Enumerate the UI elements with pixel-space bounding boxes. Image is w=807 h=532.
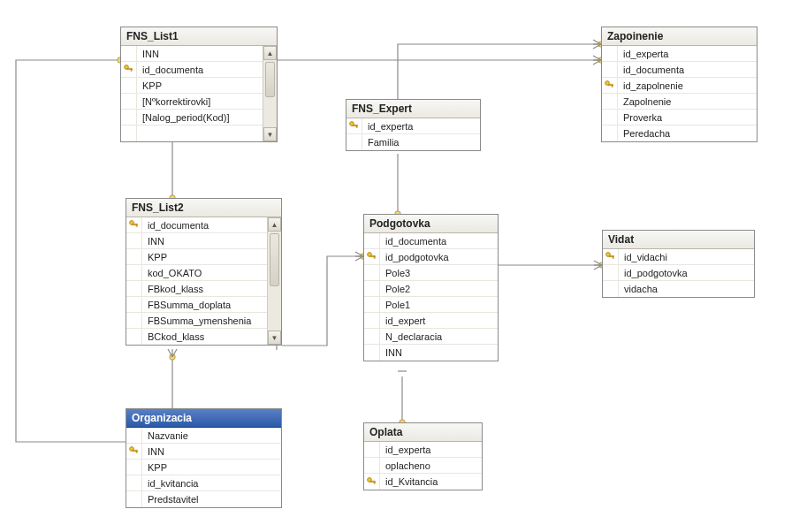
table-row[interactable]: INN: [364, 345, 498, 361]
table-row[interactable]: oplacheno: [364, 458, 482, 474]
field-name: id_Kvitancia: [380, 476, 482, 487]
field-name: N_declaracia: [380, 331, 498, 342]
field-name: id_documenta: [137, 65, 263, 75]
table-row[interactable]: Pole2: [364, 281, 498, 297]
table-header[interactable]: Zapoinenie: [602, 27, 757, 46]
field-name: KPP: [137, 80, 263, 91]
table-row[interactable]: KPP: [126, 460, 281, 475]
table-header[interactable]: Podgotovka: [364, 215, 498, 233]
table-header[interactable]: Vidat: [603, 231, 754, 249]
table-podgotovka[interactable]: Podgotovka id_documenta id_podgotovka Po…: [363, 214, 499, 361]
table-fns-list1[interactable]: FNS_List1 INN id_documenta KPP [Nºkorrek…: [120, 27, 278, 142]
table-row[interactable]: id_Kvitancia: [364, 474, 482, 490]
table-row[interactable]: [121, 125, 263, 141]
field-name: Pole2: [380, 284, 498, 294]
table-fns-list2[interactable]: FNS_List2 id_documenta INN KPP kod_OKATO…: [126, 198, 282, 346]
field-name: INN: [380, 347, 498, 358]
primary-key-icon: [605, 252, 615, 262]
field-name: id_expert: [380, 315, 498, 326]
table-fns-expert[interactable]: FNS_Expert id_experta Familia: [346, 99, 481, 151]
svg-rect-31: [612, 86, 613, 87]
scrollbar[interactable]: ▲ ▼: [267, 217, 281, 345]
field-name: kod_OKATO: [142, 268, 267, 278]
svg-rect-19: [136, 452, 137, 453]
table-row[interactable]: Proverka: [602, 110, 757, 125]
svg-rect-28: [374, 482, 375, 483]
scroll-down-button[interactable]: ▼: [268, 331, 281, 345]
table-row[interactable]: kod_OKATO: [126, 265, 267, 281]
field-name: Proverka: [618, 112, 757, 123]
table-row[interactable]: id_documenta: [126, 217, 267, 233]
table-row[interactable]: id_documenta: [121, 62, 263, 78]
table-row[interactable]: INN: [121, 46, 263, 62]
table-title: Organizacia: [132, 412, 192, 424]
field-name: id_zapolnenie: [618, 80, 757, 91]
scroll-thumb[interactable]: [270, 233, 279, 286]
table-row[interactable]: id_documenta: [602, 62, 757, 78]
table-vidat[interactable]: Vidat id_vidachi id_podgotovka vidacha: [602, 230, 755, 298]
table-title: Vidat: [608, 233, 634, 246]
table-row[interactable]: Peredacha: [602, 125, 757, 141]
scroll-up-button[interactable]: ▲: [263, 46, 277, 60]
table-row[interactable]: id_experta: [346, 118, 480, 134]
table-row[interactable]: FBSumma_doplata: [126, 297, 267, 313]
scroll-thumb[interactable]: [265, 62, 275, 97]
table-header[interactable]: Oplata: [364, 423, 482, 442]
table-header[interactable]: FNS_Expert: [346, 100, 480, 118]
table-row[interactable]: Predstavitel: [126, 491, 281, 507]
table-row[interactable]: id_kvitancia: [126, 475, 281, 491]
table-row[interactable]: id_podgotovka: [603, 265, 754, 281]
table-title: Podgotovka: [369, 217, 430, 230]
primary-key-icon: [605, 80, 614, 90]
table-row[interactable]: id_expert: [364, 313, 498, 329]
field-name: Nazvanie: [142, 430, 281, 441]
field-name: id_experta: [380, 445, 482, 455]
table-row[interactable]: id_podgotovka: [364, 249, 498, 265]
table-title: Oplata: [369, 426, 402, 438]
table-row[interactable]: KPP: [121, 78, 263, 94]
svg-rect-34: [613, 257, 613, 259]
table-row[interactable]: id_vidachi: [603, 249, 754, 265]
scroll-down-button[interactable]: ▼: [263, 127, 277, 141]
table-oplata[interactable]: Oplata id_experta oplacheno id_Kvitancia: [363, 422, 483, 490]
table-header[interactable]: FNS_List1: [121, 27, 277, 46]
field-name: [Nºkorrektirovki]: [137, 96, 263, 107]
field-name: id_podgotovka: [380, 252, 498, 262]
field-name: INN: [137, 49, 263, 59]
table-zapolnenie[interactable]: Zapoinenie id_experta id_documenta id_za…: [601, 27, 758, 142]
table-row[interactable]: id_documenta: [364, 233, 498, 249]
table-row[interactable]: [Nºkorrektirovki]: [121, 94, 263, 110]
table-row[interactable]: Pole3: [364, 265, 498, 281]
table-row[interactable]: Pole1: [364, 297, 498, 313]
field-name: INN: [142, 446, 281, 457]
scroll-up-button[interactable]: ▲: [268, 217, 281, 232]
primary-key-icon: [367, 252, 377, 262]
table-header[interactable]: Organizacia: [126, 409, 281, 428]
primary-key-icon: [349, 121, 359, 131]
field-name: BCkod_klass: [142, 331, 267, 342]
table-row[interactable]: INN: [126, 233, 267, 249]
field-name: FBSumma_ymenshenia: [142, 315, 267, 326]
table-row[interactable]: vidacha: [603, 281, 754, 297]
scrollbar[interactable]: ▲ ▼: [263, 46, 277, 141]
table-row[interactable]: id_experta: [602, 46, 757, 62]
table-row[interactable]: KPP: [126, 249, 267, 265]
table-row[interactable]: N_declaracia: [364, 329, 498, 345]
table-row[interactable]: BCkod_klass: [126, 329, 267, 345]
table-row[interactable]: [Nalog_period(Kod)]: [121, 110, 263, 125]
table-row[interactable]: Familia: [346, 134, 480, 150]
table-row[interactable]: Zapolnenie: [602, 94, 757, 110]
table-row[interactable]: id_zapolnenie: [602, 78, 757, 94]
field-name: id_vidachi: [619, 252, 754, 262]
table-row[interactable]: INN: [126, 444, 281, 460]
field-name: Familia: [362, 137, 480, 148]
table-row[interactable]: FBkod_klass: [126, 281, 267, 297]
table-row[interactable]: FBSumma_ymenshenia: [126, 313, 267, 329]
table-row[interactable]: Nazvanie: [126, 428, 281, 444]
table-row[interactable]: id_experta: [364, 442, 482, 458]
primary-key-icon: [129, 220, 139, 230]
table-organizacia[interactable]: Organizacia Nazvanie INN KPP id_kvitanci…: [126, 408, 282, 508]
table-header[interactable]: FNS_List2: [126, 199, 281, 217]
field-name: FBkod_klass: [142, 284, 267, 294]
primary-key-icon: [124, 65, 133, 74]
